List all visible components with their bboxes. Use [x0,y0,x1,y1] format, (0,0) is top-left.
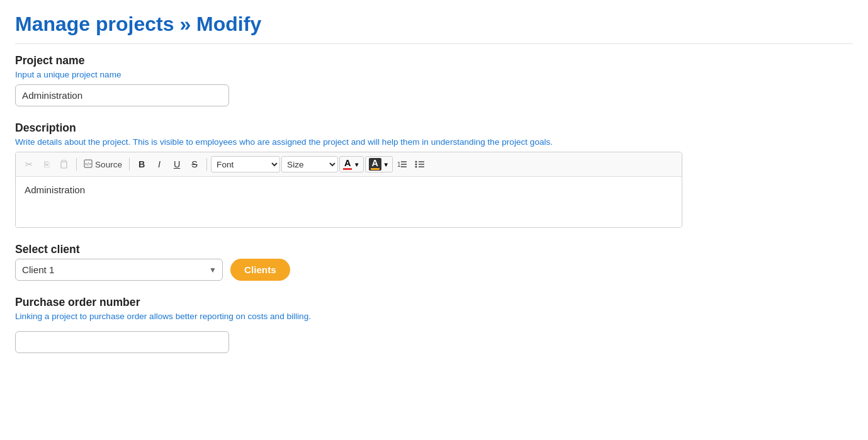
page-title: Manage projects » Modify [15,13,853,44]
rich-text-editor: ✂ ⎘ </> Source [15,152,682,228]
font-color-indicator: A [343,159,352,170]
cut-button[interactable]: ✂ [21,156,37,172]
paste-button[interactable] [56,156,72,172]
bg-color-indicator: A [371,159,380,170]
svg-text:</>: </> [85,162,91,166]
description-label: Description [15,121,853,135]
ordered-list-button[interactable]: 1. [394,156,410,172]
client-select-wrapper: Client 1 Client 2 Client 3 ▼ [15,259,223,281]
project-name-hint: Input a unique project name [15,70,853,79]
client-select[interactable]: Client 1 Client 2 Client 3 [15,259,223,281]
italic-button[interactable]: I [151,156,167,172]
select-client-row: Client 1 Client 2 Client 3 ▼ Clients [15,259,853,281]
unordered-list-button[interactable] [412,156,428,172]
underline-button[interactable]: U [169,156,185,172]
copy-button[interactable]: ⎘ [38,156,55,172]
description-section: Description Write details about the proj… [15,121,853,228]
description-hint: Write details about the project. This is… [15,137,853,147]
select-client-section: Select client Client 1 Client 2 Client 3… [15,243,853,281]
purchase-order-hint: Linking a project to purchase order allo… [15,312,853,321]
project-name-input[interactable] [15,84,229,106]
bg-color-button[interactable]: A ▼ [365,156,393,172]
strikethrough-button[interactable]: S [186,156,203,172]
svg-point-12 [415,166,417,168]
toolbar-divider-3 [206,158,207,171]
bold-button[interactable]: B [133,156,150,172]
project-name-label: Project name [15,54,853,67]
project-name-section: Project name Input a unique project name [15,54,853,106]
svg-point-8 [415,161,417,163]
purchase-order-input[interactable] [15,331,229,353]
bg-color-arrow: ▼ [383,161,390,168]
font-select[interactable]: Font Arial Times New Roman Verdana [211,156,280,172]
purchase-order-section: Purchase order number Linking a project … [15,296,853,353]
toolbar-divider-1 [76,158,77,171]
toolbar-divider-2 [129,158,130,171]
select-client-label: Select client [15,243,853,256]
clients-button[interactable]: Clients [230,259,290,281]
font-color-arrow: ▼ [354,161,360,168]
svg-point-10 [415,164,417,166]
source-button[interactable]: </> Source [81,156,125,172]
editor-content-area[interactable]: Administration [16,177,682,227]
svg-rect-1 [62,161,65,162]
size-select[interactable]: Size 8 10 12 14 16 18 24 [281,156,338,172]
source-icon: </> [84,159,93,170]
font-color-button[interactable]: A ▼ [339,156,364,172]
source-label: Source [95,160,122,169]
purchase-order-label: Purchase order number [15,296,853,309]
editor-toolbar: ✂ ⎘ </> Source [16,152,682,177]
